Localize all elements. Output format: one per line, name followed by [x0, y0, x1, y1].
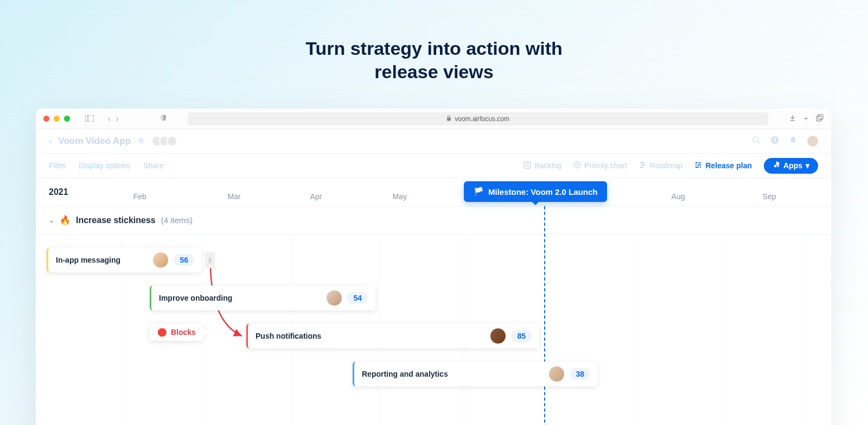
task-score: 54 [347, 292, 368, 304]
view-priority-chart[interactable]: Priority chart [573, 161, 627, 170]
month-label: Mar [228, 192, 241, 201]
chrome-right: + [789, 114, 824, 123]
month-label: Apr [310, 192, 322, 201]
avatar [167, 136, 177, 147]
display-options-button[interactable]: Display options [79, 161, 130, 170]
share-button[interactable]: Share [143, 161, 163, 170]
chevron-down-icon: ⌄ [49, 217, 54, 224]
maximize-window-button[interactable] [64, 116, 70, 122]
month-label: Aug [672, 192, 685, 201]
group-count: (4 items) [161, 215, 193, 225]
nav-back-icon[interactable]: ‹ [108, 115, 111, 123]
view-priority-label: Priority chart [584, 161, 627, 170]
close-window-button[interactable] [43, 116, 49, 122]
task-score: 85 [511, 330, 532, 342]
month-label: May [393, 192, 407, 201]
notifications-icon[interactable] [789, 136, 797, 147]
filter-button[interactable]: Filter [49, 161, 66, 170]
svg-rect-10 [524, 162, 531, 168]
assignee-avatar[interactable] [549, 366, 564, 382]
assignee-avatar[interactable] [327, 290, 342, 306]
target-icon [573, 161, 581, 170]
new-tab-icon[interactable]: + [804, 114, 808, 123]
timeline-header: 2021 Feb Mar Apr May Aug Sep 🏳️ Mileston… [36, 178, 831, 206]
nav-arrows: ‹ › [108, 115, 118, 123]
release-plan-icon [694, 161, 702, 170]
view-backlog[interactable]: Backlog [524, 161, 561, 170]
puzzle-icon [773, 161, 780, 170]
svg-rect-2 [447, 117, 451, 120]
tabs-icon[interactable] [816, 114, 824, 123]
svg-rect-0 [85, 115, 94, 122]
url-text: voom.airfocus.com [455, 115, 509, 123]
svg-text:?: ? [773, 137, 776, 143]
fire-icon: 🔥 [60, 215, 71, 225]
download-icon[interactable] [789, 114, 796, 123]
apps-button-label: Apps [783, 161, 802, 170]
month-label: Sep [763, 192, 776, 201]
milestone-badge[interactable]: 🏳️ Milestone: Voom 2.0 Launch [464, 181, 607, 202]
apps-button[interactable]: Apps ▾ [764, 158, 818, 174]
flag-icon: 🏳️ [474, 187, 484, 196]
view-roadmap-label: Roadmap [650, 161, 683, 170]
chevron-down-icon: ▾ [806, 161, 809, 170]
task-title: Push notifications [256, 332, 485, 340]
view-backlog-label: Backlog [534, 161, 561, 170]
workspace-title[interactable]: Voom Video App [58, 136, 131, 147]
timeline-year: 2021 [49, 187, 68, 197]
milestone-label: Milestone: Voom 2.0 Launch [488, 187, 597, 196]
view-release-plan-label: Release plan [705, 161, 752, 170]
header-right: ? [752, 136, 818, 147]
lock-icon [446, 115, 451, 123]
assignee-avatar[interactable] [490, 328, 506, 344]
svg-line-7 [758, 142, 760, 144]
view-release-plan[interactable]: Release plan [694, 161, 752, 170]
task-title: Reporting and analytics [362, 370, 544, 378]
group-header[interactable]: ⌄ 🔥 Increase stickiness (4 items) [36, 206, 831, 234]
url-bar[interactable]: voom.airfocus.com [188, 112, 768, 125]
headline-line2: release views [374, 61, 493, 82]
task-title: Improve onboarding [159, 294, 321, 302]
gantt-chart: In-app messaging 56 || Improve onboardin… [36, 234, 831, 425]
help-icon[interactable]: ? [770, 136, 779, 147]
view-switcher: Backlog Priority chart Roadmap Release p… [524, 158, 818, 174]
svg-rect-3 [816, 116, 821, 121]
view-roadmap[interactable]: Roadmap [639, 161, 683, 170]
sidebar-toggle-icon[interactable] [85, 115, 94, 123]
blocks-label: Blocks [171, 328, 196, 337]
group-title: Increase stickiness [76, 215, 156, 225]
drag-handle-icon[interactable]: || [205, 252, 215, 268]
view-toolbar: Filter Display options Share Backlog Pri… [36, 153, 831, 178]
svg-point-5 [140, 139, 142, 142]
search-icon[interactable] [752, 136, 761, 147]
svg-rect-4 [818, 115, 823, 119]
task-card[interactable]: Reporting and analytics 38 [353, 361, 598, 386]
blocks-relationship-badge[interactable]: 🛑 Blocks [150, 323, 203, 341]
list-icon [524, 161, 531, 170]
assignee-avatar[interactable] [153, 252, 168, 268]
app-back-button[interactable]: ‹ [49, 136, 52, 146]
privacy-shield-icon[interactable] [159, 114, 167, 123]
traffic-lights [43, 116, 70, 122]
browser-window: ‹ › voom.airfocus.com + ‹ Voom Video App [36, 109, 831, 425]
app-header: ‹ Voom Video App ? [36, 129, 831, 153]
task-card[interactable]: In-app messaging 56 || [47, 248, 202, 272]
profile-avatar[interactable] [807, 136, 818, 147]
roadmap-icon [639, 161, 647, 170]
nav-forward-icon[interactable]: › [116, 115, 119, 123]
svg-point-6 [753, 137, 758, 142]
svg-point-14 [577, 164, 578, 166]
month-label: Feb [133, 192, 146, 201]
marketing-headline: Turn strategy into action with release v… [0, 0, 868, 83]
collaborator-avatars[interactable] [151, 136, 177, 147]
task-card[interactable]: Improve onboarding 54 [150, 286, 375, 310]
task-score: 38 [570, 368, 590, 380]
gear-icon[interactable] [137, 137, 145, 146]
task-score: 56 [174, 254, 194, 266]
task-title: In-app messaging [56, 256, 148, 264]
headline-line1: Turn strategy into action with [305, 38, 563, 59]
stop-icon: 🛑 [157, 328, 167, 337]
task-card[interactable]: Push notifications 85 [246, 323, 539, 348]
browser-chrome: ‹ › voom.airfocus.com + [36, 109, 831, 129]
minimize-window-button[interactable] [54, 116, 60, 122]
